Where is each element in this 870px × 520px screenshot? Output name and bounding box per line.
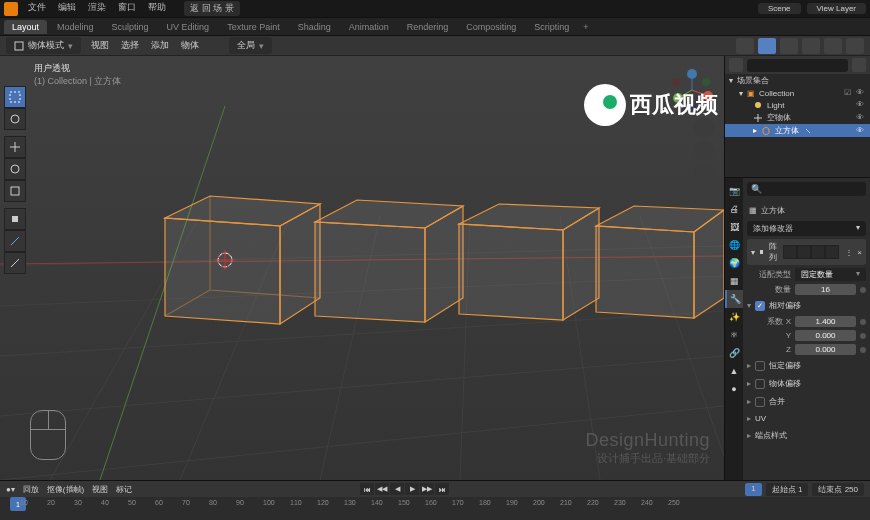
tab-world-icon[interactable]: 🌍 <box>725 254 743 272</box>
tool-annotate[interactable] <box>4 230 26 252</box>
camera-view-icon[interactable] <box>694 164 714 184</box>
jump-end-icon[interactable]: ⏭ <box>435 483 449 495</box>
outliner-scene-collection[interactable]: ▾场景集合 <box>725 74 870 87</box>
mod-close-icon[interactable]: × <box>857 248 862 257</box>
3d-viewport[interactable]: 用户透视 (1) Collection | 立方体 <box>0 56 724 480</box>
tab-physics-icon[interactable]: ⚛ <box>725 326 743 344</box>
relative-offset-header[interactable]: ▾ 相对偏移 <box>747 298 866 313</box>
add-workspace-button[interactable]: + <box>583 22 588 32</box>
viewlayer-field[interactable]: View Layer <box>807 3 866 14</box>
start-frame-input[interactable]: 起始点 1 <box>766 483 809 496</box>
tab-rendering[interactable]: Rendering <box>399 20 457 34</box>
tab-modeling[interactable]: Modeling <box>49 20 102 34</box>
tab-uvediting[interactable]: UV Editing <box>159 20 218 34</box>
jump-start-icon[interactable]: ⏮ <box>360 483 374 495</box>
menu-file[interactable]: 文件 <box>28 1 46 16</box>
tab-output-icon[interactable]: 🖨 <box>725 200 743 218</box>
uv-section[interactable]: ▸UV <box>747 412 866 425</box>
tool-measure[interactable] <box>4 252 26 274</box>
add-modifier-dropdown[interactable]: 添加修改器▾ <box>747 221 866 236</box>
tool-cursor[interactable] <box>4 108 26 130</box>
menu-window[interactable]: 窗口 <box>118 1 136 16</box>
shading-matprev[interactable] <box>824 38 842 54</box>
scene-field[interactable]: Scene <box>758 3 801 14</box>
mod-display-viewport-icon[interactable] <box>811 245 825 259</box>
tool-scale[interactable] <box>4 180 26 202</box>
tab-modifier-icon[interactable]: 🔧 <box>725 290 743 308</box>
play-icon[interactable]: ▶ <box>405 483 419 495</box>
menu-view[interactable]: 视图 <box>91 39 109 52</box>
shading-wireframe[interactable] <box>780 38 798 54</box>
tab-render-icon[interactable]: 📷 <box>725 182 743 200</box>
perspective-toggle-icon[interactable] <box>694 187 714 207</box>
tab-shading[interactable]: Shading <box>290 20 339 34</box>
tab-particles-icon[interactable]: ✨ <box>725 308 743 326</box>
outliner-item-cube[interactable]: ▸ 立方体 👁 <box>725 124 870 137</box>
next-key-icon[interactable]: ▶▶ <box>420 483 434 495</box>
end-frame-input[interactable]: 结束点 250 <box>812 483 864 496</box>
tool-rotate[interactable] <box>4 158 26 180</box>
menu-render[interactable]: 渲染 <box>88 1 106 16</box>
tool-select-box[interactable] <box>4 86 26 108</box>
constant-offset-section[interactable]: ▸恒定偏移 <box>747 358 866 373</box>
mod-display-edit-icon[interactable] <box>783 245 797 259</box>
prev-key-icon[interactable]: ◀◀ <box>375 483 389 495</box>
outliner-item-empty[interactable]: 空物体 👁 <box>725 111 870 124</box>
tl-menu-keying[interactable]: 抠像(插帧) <box>47 484 84 495</box>
current-frame-input[interactable]: 1 <box>745 483 761 496</box>
play-reverse-icon[interactable]: ◀ <box>390 483 404 495</box>
tab-scene-icon[interactable]: 🌐 <box>725 236 743 254</box>
xray-toggle[interactable] <box>758 38 776 54</box>
object-offset-section[interactable]: ▸物体偏移 <box>747 376 866 391</box>
menu-help[interactable]: 帮助 <box>148 1 166 16</box>
outliner-search[interactable] <box>747 59 848 72</box>
tab-animation[interactable]: Animation <box>341 20 397 34</box>
menu-back-to-scene[interactable]: 返 回 场 景 <box>184 1 240 16</box>
mod-menu-icon[interactable]: ⋮ <box>845 248 853 257</box>
outliner-item-light[interactable]: Light 👁 <box>725 99 870 111</box>
tab-compositing[interactable]: Compositing <box>458 20 524 34</box>
tab-scripting[interactable]: Scripting <box>526 20 577 34</box>
tl-menu-view[interactable]: 视图 <box>92 484 108 495</box>
fit-type-dropdown[interactable]: 固定数量 ▾ <box>795 268 866 281</box>
filter-icon[interactable] <box>852 58 866 72</box>
tab-texturepaint[interactable]: Texture Paint <box>219 20 288 34</box>
orientation-selector[interactable]: 全局 ▾ <box>229 37 272 54</box>
tab-object-icon[interactable]: ▦ <box>725 272 743 290</box>
mode-selector[interactable]: 物体模式 ▾ <box>6 37 81 54</box>
tool-move[interactable] <box>4 136 26 158</box>
modifier-header[interactable]: ▾ 阵列 ⋮ × <box>747 239 866 265</box>
offset-z-input[interactable]: 0.000 <box>795 344 856 355</box>
caps-section[interactable]: ▸端点样式 <box>747 428 866 443</box>
count-input[interactable]: 16 <box>795 284 856 295</box>
tab-layout[interactable]: Layout <box>4 20 47 34</box>
properties-search[interactable]: 🔍 <box>747 182 866 196</box>
object-mode-icon <box>14 41 24 51</box>
tool-transform[interactable] <box>4 208 26 230</box>
outliner-type-icon[interactable] <box>729 58 743 72</box>
menu-add[interactable]: 添加 <box>151 39 169 52</box>
move-view-icon[interactable] <box>694 141 714 161</box>
menu-select[interactable]: 选择 <box>121 39 139 52</box>
mod-display-real-icon[interactable] <box>797 245 811 259</box>
outliner-collection[interactable]: ▾▣Collection ☑👁 <box>725 87 870 99</box>
overlays-toggle[interactable] <box>736 38 754 54</box>
tab-sculpting[interactable]: Sculpting <box>104 20 157 34</box>
offset-x-input[interactable]: 1.400 <box>795 316 856 327</box>
tl-menu-marker[interactable]: 标记 <box>116 484 132 495</box>
shading-rendered[interactable] <box>846 38 864 54</box>
tab-constraint-icon[interactable]: 🔗 <box>725 344 743 362</box>
tab-material-icon[interactable]: ● <box>725 380 743 398</box>
menu-object[interactable]: 物体 <box>181 39 199 52</box>
animate-dot[interactable] <box>860 287 866 293</box>
mod-display-render-icon[interactable] <box>825 245 839 259</box>
tab-mesh-icon[interactable]: ▲ <box>725 362 743 380</box>
offset-y-input[interactable]: 0.000 <box>795 330 856 341</box>
tab-viewlayer-icon[interactable]: 🖼 <box>725 218 743 236</box>
menu-edit[interactable]: 编辑 <box>58 1 76 16</box>
merge-section[interactable]: ▸合并 <box>747 394 866 409</box>
shading-solid[interactable] <box>802 38 820 54</box>
tl-menu-playback[interactable]: 回放 <box>23 484 39 495</box>
relative-offset-checkbox[interactable] <box>755 301 765 311</box>
timeline-ruler[interactable]: 1 10203040506070809010011012013014015016… <box>0 497 870 520</box>
